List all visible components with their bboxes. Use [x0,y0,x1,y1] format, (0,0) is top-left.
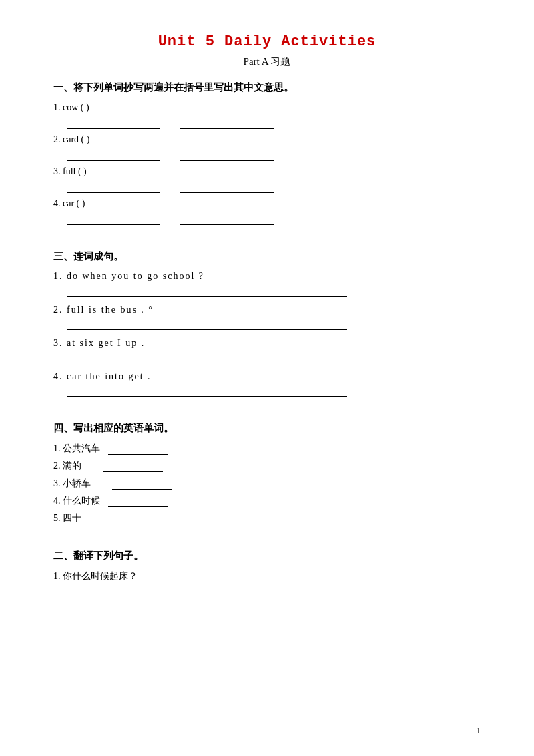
section-3-header: 三、连词成句。 [53,250,481,263]
section-2: 二、翻译下列句子。 1. 你什么时候起床？ [53,550,481,598]
vocab-write-4b [180,213,274,225]
vocab-num-1: 1. cow ( ) [53,102,89,112]
write-item-1: 1. 公共汽车 [53,443,481,455]
sentence-line-4 [67,385,347,397]
translate-item-1: 1. 你什么时候起床？ [53,570,481,582]
write-num-3: 3. 小轿车 [53,478,91,490]
write-blank-5 [108,512,168,524]
vocab-item-3: 3. full ( ) [53,166,481,177]
vocab-num-2: 2. card ( ) [53,134,89,144]
write-num-1: 1. 公共汽车 [53,443,100,455]
write-blank-2 [103,460,163,472]
write-item-4: 4. 什么时候 [53,495,481,507]
write-blank-4 [108,495,168,507]
vocab-write-4a [67,213,160,225]
section-4: 四、写出相应的英语单词。 1. 公共汽车 2. 满的 3. 小轿车 4. 什么时… [53,422,481,524]
write-num-5: 5. 四十 [53,512,81,524]
section-3: 三、连词成句。 1. do when you to go school ? 2.… [53,250,481,397]
write-item-5: 5. 四十 [53,512,481,524]
vocab-item-2: 2. card ( ) [53,134,481,145]
page-title: Unit 5 Daily Activities [53,33,481,50]
sentence-line-3 [67,351,347,363]
vocab-write-2b [180,149,274,161]
write-blank-3 [112,478,172,490]
vocab-write-3a [67,181,160,193]
section-2-header: 二、翻译下列句子。 [53,550,481,562]
page-number: 1 [477,725,481,736]
vocab-item-1: 1. cow ( ) [53,102,481,113]
write-item-3: 3. 小轿车 [53,478,481,490]
vocab-num-3: 3. full ( ) [53,166,87,176]
section-1-header: 一、将下列单词抄写两遍并在括号里写出其中文意思。 [53,81,481,94]
vocab-num-4: 4. car ( ) [53,198,85,208]
vocab-write-3b [180,181,274,193]
vocab-write-1a [67,117,160,129]
write-blank-1 [108,443,168,455]
sentence-item-4: 4. car the into get . [53,371,481,382]
write-num-2: 2. 满的 [53,460,81,472]
write-item-2: 2. 满的 [53,460,481,472]
sentence-line-1 [67,285,347,297]
vocab-line-4 [67,213,481,225]
vocab-item-4: 4. car ( ) [53,198,481,209]
sentence-item-1: 1. do when you to go school ? [53,271,481,282]
sentence-line-2 [67,318,347,330]
subtitle: Part A 习题 [53,55,481,68]
vocab-write-1b [180,117,274,129]
translate-line-1 [53,586,307,598]
vocab-write-2a [67,149,160,161]
sentence-item-2: 2. full is the bus . ° [53,305,481,315]
vocab-line-3 [67,181,481,193]
vocab-line-1 [67,117,481,129]
write-num-4: 4. 什么时候 [53,495,100,507]
section-1: 一、将下列单词抄写两遍并在括号里写出其中文意思。 1. cow ( ) 2. c… [53,81,481,225]
sentence-item-3: 3. at six get I up . [53,338,481,349]
vocab-line-2 [67,149,481,161]
section-4-header: 四、写出相应的英语单词。 [53,422,481,435]
